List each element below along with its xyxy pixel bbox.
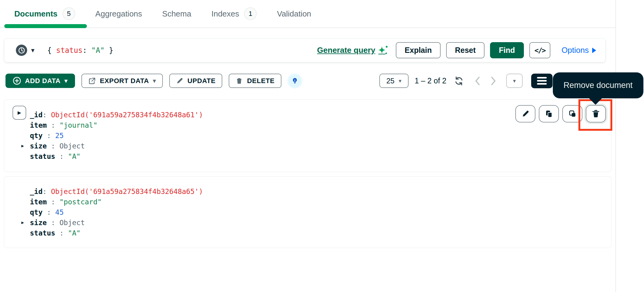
document-fields: _id: ObjectId('691a59a275834f4b32648a65'… xyxy=(30,186,203,238)
indexes-count-badge: 1 xyxy=(244,7,257,20)
reset-button[interactable]: Reset xyxy=(446,42,485,58)
tab-indexes[interactable]: Indexes 1 xyxy=(211,0,257,27)
next-page-button[interactable] xyxy=(490,76,496,86)
previous-page-button[interactable] xyxy=(474,76,481,86)
documents-count-badge: 5 xyxy=(63,7,75,20)
field-key: status xyxy=(30,152,55,160)
field-value-string: "postcard" xyxy=(59,198,102,206)
chevron-down-icon: ▾ xyxy=(31,47,34,54)
expand-field-caret-icon[interactable]: ▸ xyxy=(21,217,24,228)
export-to-language-button[interactable]: </> xyxy=(529,42,551,58)
hamburger-icon xyxy=(537,77,547,78)
field-value-object: Object xyxy=(59,142,85,150)
add-data-button[interactable]: ADD DATA ▾ xyxy=(5,74,75,88)
chevron-down-icon: ▾ xyxy=(399,78,402,84)
expand-field-caret-icon[interactable]: ▸ xyxy=(21,141,24,151)
field-row-size: ▸size : Object xyxy=(30,141,203,151)
query-close-brace: } xyxy=(105,46,113,55)
document-action-buttons xyxy=(515,105,606,122)
copy-icon xyxy=(545,110,553,118)
field-key: qty xyxy=(30,132,43,140)
trash-icon xyxy=(592,110,600,118)
explain-button[interactable]: Explain xyxy=(396,42,441,58)
copy-document-button[interactable] xyxy=(539,105,559,122)
field-separator: : xyxy=(43,208,55,216)
field-separator: : xyxy=(43,111,51,119)
page-size-select[interactable]: 25 ▾ xyxy=(379,74,409,88)
query-bar: ▾ { status: "A" } Generate query ✦ Expla… xyxy=(4,38,606,62)
generate-query-label: Generate query xyxy=(317,46,375,55)
pencil-icon xyxy=(176,77,184,85)
field-row-item: item : "postcard" xyxy=(30,197,203,207)
field-value-string: "journal" xyxy=(59,121,98,129)
delete-label: DELETE xyxy=(247,77,274,85)
query-open-brace: { xyxy=(47,46,56,55)
query-field: status xyxy=(56,46,83,55)
collection-tab-bar: Documents 5 Aggregations Schema Indexes … xyxy=(0,0,616,28)
tab-schema[interactable]: Schema xyxy=(162,0,191,27)
tab-aggregations[interactable]: Aggregations xyxy=(95,0,142,27)
find-button[interactable]: Find xyxy=(490,42,524,58)
view-options-dropdown[interactable]: ▾ xyxy=(506,74,523,88)
clock-icon xyxy=(16,45,27,56)
chevron-left-icon xyxy=(474,76,481,86)
query-value: "A" xyxy=(91,46,105,55)
field-separator: : xyxy=(43,188,51,195)
document-card-postcard: _id: ObjectId('691a59a275834f4b32648a65'… xyxy=(4,176,611,248)
field-value-object: Object xyxy=(59,219,85,227)
field-value-number: 25 xyxy=(55,132,64,140)
field-separator: : xyxy=(47,142,59,150)
update-label: UPDATE xyxy=(188,77,216,85)
insights-bulb-icon[interactable] xyxy=(288,75,301,87)
tab-documents[interactable]: Documents 5 xyxy=(14,0,75,27)
field-value-objectid: ObjectId('691a59a275834f4b32648a61') xyxy=(51,111,203,119)
field-separator: : xyxy=(47,198,59,206)
query-colon: : xyxy=(83,46,91,55)
field-row-qty: qty : 25 xyxy=(30,130,203,141)
field-row-size: ▸size : Object xyxy=(30,217,203,228)
pencil-icon xyxy=(521,110,530,118)
chevron-down-icon: ▾ xyxy=(64,77,67,84)
delete-button[interactable]: DELETE xyxy=(229,74,281,88)
list-view-toggle[interactable] xyxy=(531,74,553,88)
tab-aggregations-label: Aggregations xyxy=(95,9,142,19)
trash-icon xyxy=(235,77,243,85)
clone-icon xyxy=(568,110,577,118)
caret-right-icon: ▶ xyxy=(18,110,21,115)
export-icon xyxy=(88,77,96,85)
code-icon: </> xyxy=(535,46,546,54)
refresh-button[interactable] xyxy=(454,76,464,86)
field-key: status xyxy=(30,229,55,237)
tab-validation[interactable]: Validation xyxy=(277,0,311,27)
expand-document-button[interactable]: ▶ xyxy=(13,106,26,120)
field-value-objectid: ObjectId('691a59a275834f4b32648a65') xyxy=(51,188,203,195)
pagination-range-label: 1 – 2 of 2 xyxy=(415,76,446,85)
field-value-string: "A" xyxy=(68,152,81,160)
document-fields: _id: ObjectId('691a59a275834f4b32648a61'… xyxy=(30,110,203,162)
edit-document-button[interactable] xyxy=(515,105,535,122)
field-row-qty: qty : 45 xyxy=(30,207,203,217)
field-row-status: status : "A" xyxy=(30,228,203,238)
add-data-label: ADD DATA xyxy=(25,77,60,85)
update-button[interactable]: UPDATE xyxy=(169,74,222,88)
query-history-button[interactable]: ▾ xyxy=(16,45,34,56)
remove-document-tooltip: Remove document xyxy=(553,72,643,98)
chevron-down-icon: ▾ xyxy=(153,77,156,84)
remove-document-button[interactable] xyxy=(586,105,606,122)
tooltip-arrow-icon xyxy=(588,97,603,105)
field-key: size xyxy=(30,219,47,227)
field-key: _id xyxy=(30,188,43,195)
field-separator: : xyxy=(47,121,59,129)
crud-toolbar: ADD DATA ▾ EXPORT DATA ▾ UPDATE DELETE xyxy=(5,74,301,88)
field-separator: : xyxy=(47,219,59,227)
export-data-button[interactable]: EXPORT DATA ▾ xyxy=(81,74,163,88)
options-toggle[interactable]: Options xyxy=(561,46,596,55)
field-separator: : xyxy=(55,152,68,160)
generate-query-link[interactable]: Generate query ✦ xyxy=(317,45,385,55)
field-row-id: _id: ObjectId('691a59a275834f4b32648a65'… xyxy=(30,186,203,197)
clone-document-button[interactable] xyxy=(562,105,582,122)
refresh-icon xyxy=(454,76,464,86)
query-input[interactable]: { status: "A" } xyxy=(47,46,113,55)
field-separator: : xyxy=(43,132,55,140)
field-value-string: "A" xyxy=(68,229,81,237)
